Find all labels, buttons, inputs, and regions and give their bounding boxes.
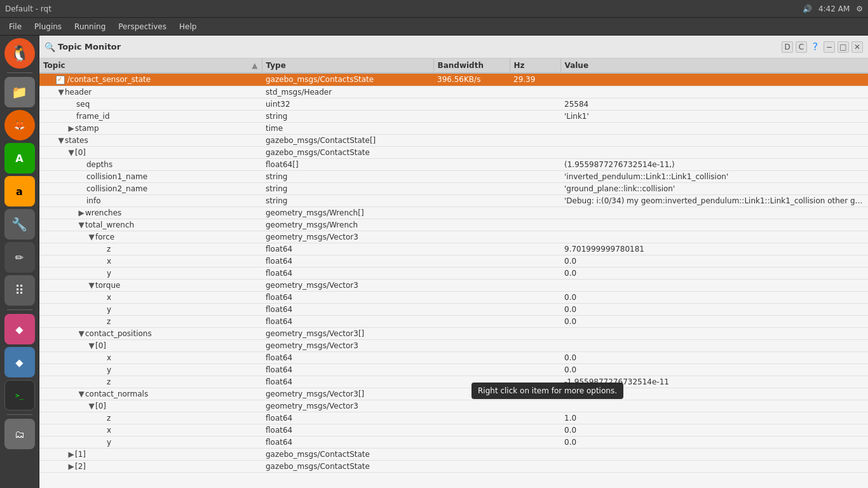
expand-icon[interactable]: ▼ — [67, 148, 75, 157]
table-row[interactable]: ▶ stamptime — [39, 122, 868, 134]
apps-grid-icon[interactable]: ⠿ — [4, 275, 35, 306]
table-row[interactable]: zfloat641.0 — [39, 412, 868, 424]
table-row[interactable]: yfloat640.0 — [39, 363, 868, 376]
expand-icon[interactable]: ▶ — [67, 462, 75, 471]
expand-icon[interactable]: ▼ — [57, 88, 65, 97]
table-row[interactable]: ▼ statesgazebo_msgs/ContactState[] — [39, 134, 868, 146]
expand-icon[interactable]: ▼ — [88, 402, 95, 410]
monitor-btn-maximize[interactable]: □ — [837, 41, 849, 53]
cell-type: string — [262, 170, 433, 182]
cell-hz — [510, 255, 560, 267]
expand-icon[interactable]: ▶ — [78, 208, 85, 217]
expand-icon[interactable]: ▼ — [57, 136, 65, 145]
cell-value — [560, 460, 868, 472]
cell-value: 0.0 — [560, 303, 868, 315]
cell-bandwidth: 396.56KB/s — [433, 73, 510, 86]
table-row[interactable]: ▼ contact_positionsgeometry_msgs/Vector3… — [39, 327, 868, 339]
monitor-title-text: Topic Monitor — [58, 42, 121, 51]
table-row[interactable]: ▼ [0]gazebo_msgs/ContactState — [39, 146, 868, 158]
table-row[interactable]: ▶ [1]gazebo_msgs/ContactState — [39, 448, 868, 460]
files-icon[interactable]: 📁 — [4, 77, 35, 107]
cell-bandwidth — [433, 412, 510, 424]
cell-value — [560, 122, 868, 134]
col-header-topic[interactable]: Topic ▲ — [39, 58, 262, 73]
table-row[interactable]: zfloat649.701999999780181 — [39, 243, 868, 255]
terminal-icon[interactable]: >_ — [4, 380, 35, 410]
table-row[interactable]: depthsfloat64[](1.9559877276732514e-11,) — [39, 158, 868, 170]
cell-type: geometry_msgs/Wrench — [262, 219, 433, 231]
filemanager-icon[interactable]: 🗂 — [4, 419, 35, 449]
expand-icon[interactable]: ▶ — [67, 124, 75, 133]
menu-file[interactable]: File — [3, 20, 28, 34]
cell-value: 'Debug: i:(0/34) my geom:inverted_pendul… — [560, 194, 868, 207]
table-row[interactable]: ▼ [0]geometry_msgs/Vector3 — [39, 400, 868, 412]
table-row[interactable]: zfloat640.0 — [39, 315, 868, 327]
expand-icon[interactable]: ▼ — [78, 390, 85, 398]
table-row[interactable]: collision2_namestring'ground_plane::link… — [39, 182, 868, 194]
cell-type: geometry_msgs/Vector3[] — [262, 327, 433, 339]
checkbox[interactable] — [56, 76, 65, 85]
table-row[interactable]: xfloat640.0 — [39, 351, 868, 363]
expand-icon[interactable]: ▼ — [78, 220, 85, 229]
table-row[interactable]: ▼ torquegeometry_msgs/Vector3 — [39, 279, 868, 291]
rviz-icon[interactable]: ◆ — [4, 314, 35, 344]
table-row[interactable]: collision1_namestring'inverted_pendulum:… — [39, 170, 868, 182]
libreoffice-icon[interactable]: A — [4, 143, 35, 173]
expand-icon[interactable]: ▼ — [88, 341, 95, 350]
table-row[interactable]: infostring'Debug: i:(0/34) my geom:inver… — [39, 194, 868, 207]
expand-icon[interactable]: ▼ — [88, 233, 95, 241]
table-row[interactable]: yfloat640.0 — [39, 303, 868, 315]
col-header-hz[interactable]: Hz — [510, 58, 560, 73]
monitor-btn-close[interactable]: ✕ — [851, 41, 863, 53]
monitor-btn-minimize[interactable]: − — [824, 41, 835, 53]
cell-topic: y — [39, 436, 262, 448]
table-row[interactable]: xfloat640.0 — [39, 291, 868, 303]
expand-icon[interactable]: ▼ — [78, 329, 85, 338]
cell-bandwidth — [433, 315, 510, 327]
cell-type: float64 — [262, 267, 433, 279]
cell-hz — [510, 291, 560, 303]
table-row[interactable]: xfloat640.0 — [39, 255, 868, 267]
expand-icon[interactable]: ▶ — [67, 450, 75, 459]
col-header-value[interactable]: Value — [560, 58, 868, 73]
cell-type: time — [262, 122, 433, 134]
menu-perspectives[interactable]: Perspectives — [112, 20, 173, 34]
expand-icon[interactable]: ▼ — [88, 281, 95, 290]
topic-name: collision2_name — [86, 184, 147, 193]
table-row[interactable]: yfloat640.0 — [39, 436, 868, 448]
table-row[interactable]: zfloat64-1.9559877276732514e-11 — [39, 376, 868, 388]
table-row[interactable]: frame_idstring'Link1' — [39, 110, 868, 122]
settings-tray-icon[interactable]: ⚙ — [856, 4, 863, 13]
monitor-btn-help[interactable]: ? — [810, 41, 821, 53]
monitor-btn-d[interactable]: D — [782, 41, 793, 53]
col-header-bandwidth[interactable]: Bandwidth — [433, 58, 510, 73]
cell-type: uint32 — [262, 98, 433, 110]
cell-value — [560, 400, 868, 412]
cell-type: geometry_msgs/Vector3 — [262, 279, 433, 291]
editor-icon[interactable]: ✏ — [4, 242, 35, 273]
table-row[interactable]: ▼ contact_normalsgeometry_msgs/Vector3[] — [39, 388, 868, 400]
wrench-settings-icon[interactable]: 🔧 — [4, 209, 35, 240]
firefox-icon[interactable]: 🦊 — [4, 110, 35, 140]
rviz2-icon[interactable]: ◆ — [4, 347, 35, 377]
table-row[interactable]: sequint3225584 — [39, 98, 868, 110]
table-row[interactable]: ▶ [2]gazebo_msgs/ContactState — [39, 460, 868, 472]
menu-running[interactable]: Running — [68, 20, 112, 34]
amazon-icon[interactable]: a — [4, 176, 35, 207]
cell-hz — [510, 436, 560, 448]
menu-plugins[interactable]: Plugins — [28, 20, 68, 34]
cell-hz — [510, 243, 560, 255]
table-row[interactable]: yfloat640.0 — [39, 267, 868, 279]
ubuntu-icon[interactable]: 🐧 — [4, 38, 35, 69]
table-row[interactable]: ▼ total_wrenchgeometry_msgs/Wrench — [39, 219, 868, 231]
table-row[interactable]: ▼ forcegeometry_msgs/Vector3 — [39, 231, 868, 243]
monitor-btn-c[interactable]: C — [796, 41, 807, 53]
table-row[interactable]: ▶ wrenchesgeometry_msgs/Wrench[] — [39, 207, 868, 219]
table-row[interactable]: ▼ headerstd_msgs/Header — [39, 86, 868, 98]
table-row[interactable]: ▼ [0]geometry_msgs/Vector3 — [39, 339, 868, 351]
table-row[interactable]: xfloat640.0 — [39, 424, 868, 436]
col-header-type[interactable]: Type — [262, 58, 433, 73]
menu-help[interactable]: Help — [173, 20, 203, 34]
table-container[interactable]: Topic ▲ Type Bandwidth Hz Value /contact… — [39, 58, 868, 488]
table-row[interactable]: /contact_sensor_stategazebo_msgs/Contact… — [39, 73, 868, 86]
